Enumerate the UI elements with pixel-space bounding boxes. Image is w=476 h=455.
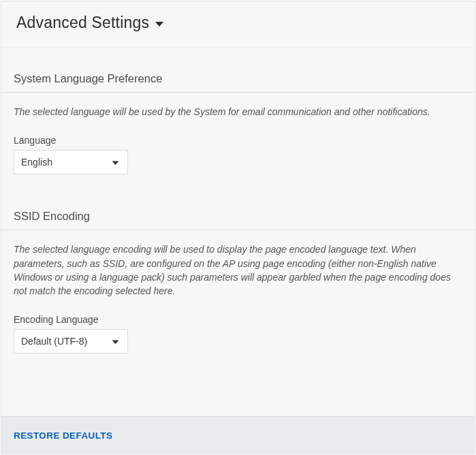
panel-title: Advanced Settings [16,14,149,32]
language-description: The selected language will be used by th… [14,105,462,119]
section-header-language: System Language Preference [1,48,475,93]
language-field-label: Language [14,135,462,146]
panel-footer: RESTORE DEFAULTS [1,416,475,454]
chevron-down-icon [155,18,164,31]
section-body-language: The selected language will be used by th… [1,93,475,181]
encoding-select[interactable]: Default (UTF-8) [14,329,128,354]
section-header-encoding: SSID Encoding [1,181,475,230]
caret-down-icon [112,336,119,347]
panel-header[interactable]: Advanced Settings [1,1,475,48]
restore-defaults-button[interactable]: RESTORE DEFAULTS [14,430,112,441]
panel-body: System Language Preference The selected … [1,48,475,454]
language-select-value: English [21,157,52,168]
encoding-field-label: Encoding Language [14,314,462,325]
encoding-description: The selected language encoding will be u… [14,242,462,298]
language-select[interactable]: English [14,150,128,174]
caret-down-icon [112,157,119,168]
advanced-settings-panel: Advanced Settings System Language Prefer… [1,1,475,454]
encoding-select-value: Default (UTF-8) [21,336,87,347]
section-body-encoding: The selected language encoding will be u… [1,230,475,360]
